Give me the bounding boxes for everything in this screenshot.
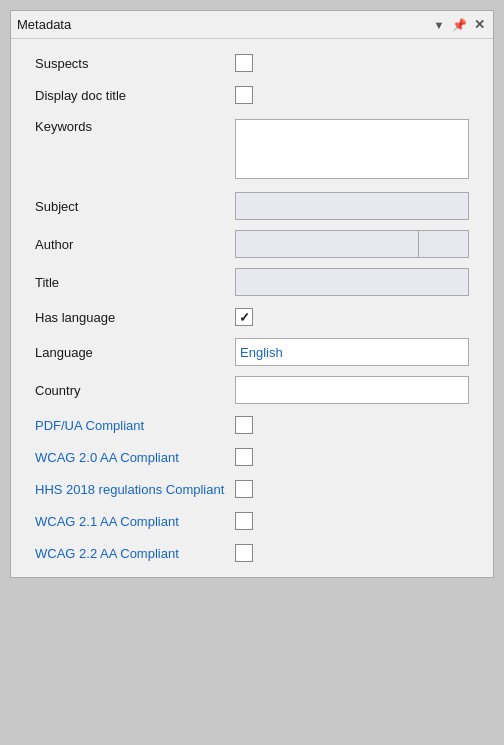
- country-label: Country: [35, 383, 235, 398]
- wcag22-label: WCAG 2.2 AA Compliant: [35, 546, 235, 561]
- author-label: Author: [35, 237, 235, 252]
- dropdown-icon[interactable]: ▼: [431, 17, 447, 33]
- pdf-ua-row: PDF/UA Compliant: [11, 409, 493, 441]
- language-label: Language: [35, 345, 235, 360]
- title-input[interactable]: [235, 268, 469, 296]
- subject-input[interactable]: [235, 192, 469, 220]
- pdf-ua-label: PDF/UA Compliant: [35, 418, 235, 433]
- pdf-ua-control: [235, 416, 469, 434]
- wcag20-control: [235, 448, 469, 466]
- has-language-row: Has language: [11, 301, 493, 333]
- country-control: [235, 376, 469, 404]
- display-doc-title-control: [235, 86, 469, 104]
- metadata-panel: Metadata ▼ 📌 ✕ Suspects Display doc titl…: [10, 10, 494, 578]
- wcag21-label: WCAG 2.1 AA Compliant: [35, 514, 235, 529]
- title-control: [235, 268, 469, 296]
- has-language-control: [235, 308, 469, 326]
- display-doc-title-row: Display doc title: [11, 79, 493, 111]
- wcag20-row: WCAG 2.0 AA Compliant: [11, 441, 493, 473]
- suspects-label: Suspects: [35, 56, 235, 71]
- language-control: [235, 338, 469, 366]
- author-row: Author: [11, 225, 493, 263]
- has-language-checkbox[interactable]: [235, 308, 253, 326]
- subject-label: Subject: [35, 199, 235, 214]
- wcag21-control: [235, 512, 469, 530]
- keywords-control: [235, 119, 469, 182]
- subject-control: [235, 192, 469, 220]
- suspects-checkbox[interactable]: [235, 54, 253, 72]
- author-main-input[interactable]: [235, 230, 419, 258]
- hhs2018-control: [235, 480, 469, 498]
- suspects-control: [235, 54, 469, 72]
- keywords-row: Keywords: [11, 111, 493, 187]
- panel-content: Suspects Display doc title Keywords Subj…: [11, 39, 493, 577]
- wcag21-checkbox[interactable]: [235, 512, 253, 530]
- subject-row: Subject: [11, 187, 493, 225]
- author-small-input[interactable]: [419, 230, 469, 258]
- wcag20-label: WCAG 2.0 AA Compliant: [35, 450, 235, 465]
- keywords-label: Keywords: [35, 119, 235, 134]
- language-input[interactable]: [235, 338, 469, 366]
- has-language-label: Has language: [35, 310, 235, 325]
- country-input[interactable]: [235, 376, 469, 404]
- country-row: Country: [11, 371, 493, 409]
- wcag22-control: [235, 544, 469, 562]
- panel-title: Metadata: [17, 17, 427, 32]
- wcag22-checkbox[interactable]: [235, 544, 253, 562]
- display-doc-title-label: Display doc title: [35, 88, 235, 103]
- keywords-input[interactable]: [235, 119, 469, 179]
- wcag22-row: WCAG 2.2 AA Compliant: [11, 537, 493, 569]
- wcag20-checkbox[interactable]: [235, 448, 253, 466]
- language-row: Language: [11, 333, 493, 371]
- hhs2018-checkbox[interactable]: [235, 480, 253, 498]
- hhs2018-row: HHS 2018 regulations Compliant: [11, 473, 493, 505]
- title-row: Title: [11, 263, 493, 301]
- pin-icon[interactable]: 📌: [451, 17, 467, 33]
- pdf-ua-checkbox[interactable]: [235, 416, 253, 434]
- title-label: Title: [35, 275, 235, 290]
- close-icon[interactable]: ✕: [471, 17, 487, 33]
- hhs2018-label: HHS 2018 regulations Compliant: [35, 482, 235, 497]
- author-control: [235, 230, 469, 258]
- panel-header: Metadata ▼ 📌 ✕: [11, 11, 493, 39]
- suspects-row: Suspects: [11, 47, 493, 79]
- display-doc-title-checkbox[interactable]: [235, 86, 253, 104]
- wcag21-row: WCAG 2.1 AA Compliant: [11, 505, 493, 537]
